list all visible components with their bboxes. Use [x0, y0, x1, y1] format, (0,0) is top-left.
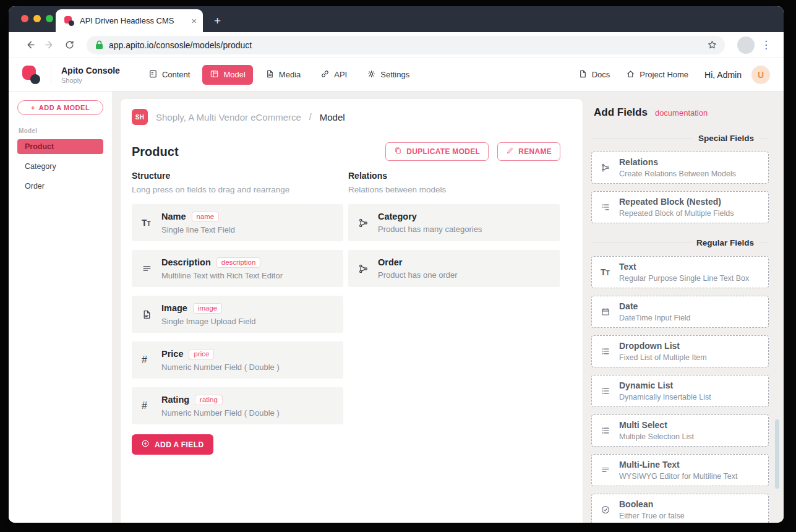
add-field-type-date[interactable]: Date DateTime Input Field: [591, 296, 769, 328]
panel-title: Add Fields: [594, 106, 648, 119]
api-icon: [320, 69, 330, 80]
user-avatar[interactable]: U: [751, 66, 770, 84]
field-name: Description: [161, 257, 211, 267]
maximize-window-button[interactable]: [46, 15, 53, 22]
number-icon: #: [142, 354, 161, 366]
field-type-title: Dynamic List: [619, 380, 711, 390]
nav-content[interactable]: Content: [141, 65, 198, 85]
breadcrumb-project[interactable]: Shoply, A Multi Vendor eCommerce: [156, 112, 301, 122]
header-right: Docs Project Home Hi, Admin U: [578, 66, 770, 84]
rename-button[interactable]: RENAME: [497, 142, 560, 161]
section-items-regular-fields: TT Text Regular Purpose Single Line Text…: [591, 256, 769, 523]
add-model-button[interactable]: + ADD A MODEL: [17, 100, 103, 115]
field-type-title: Boolean: [619, 499, 685, 509]
reload-button[interactable]: [61, 36, 78, 54]
relations-list: Category Product has many categories Ord…: [348, 204, 560, 287]
secure-lock-icon: [95, 40, 103, 49]
structure-hint: Long press on fields to drag and rearran…: [132, 185, 343, 194]
sidebar-model-order[interactable]: Order: [17, 179, 103, 194]
sidebar-model-product[interactable]: Product: [17, 139, 103, 154]
structure-field-image[interactable]: Image image Single Image Upload Field: [132, 296, 343, 333]
relation-description: Product has one order: [378, 270, 551, 280]
text-icon: TT: [142, 218, 161, 228]
field-type-description: Either True or false: [619, 512, 685, 520]
browser-profile-avatar[interactable]: [737, 36, 755, 54]
nav-api[interactable]: API: [313, 65, 354, 85]
add-field-type-multi-select[interactable]: Multi Select Multiple Selection List: [591, 414, 769, 447]
add-field-type-text[interactable]: TT Text Regular Purpose Single Line Text…: [591, 256, 769, 288]
field-description: Single line Text Field: [161, 225, 335, 234]
field-type-description: WYSIWYG Editor for Multiline Text: [619, 472, 738, 481]
add-field-type-repeated-block-nested[interactable]: Repeated Block (Nested) Repeated Block o…: [591, 191, 769, 223]
docs-link[interactable]: Docs: [578, 69, 610, 80]
panel-sections: Special Fields Relations Create Relation…: [591, 134, 769, 523]
back-button[interactable]: [21, 36, 38, 54]
forward-button[interactable]: [41, 36, 58, 54]
image-icon: [142, 309, 161, 320]
field-id-tag: name: [192, 212, 220, 222]
structure-field-list: TT Name name Single line Text Field Desc…: [132, 204, 343, 424]
field-type-description: Multiple Selection List: [619, 432, 694, 441]
field-name: Image: [161, 303, 187, 313]
multiline-icon: [601, 465, 619, 475]
add-field-type-dynamic-list[interactable]: Dynamic List Dynamically Insertable List: [591, 375, 769, 407]
relation-category[interactable]: Category Product has many categories: [348, 204, 560, 241]
browser-toolbar: app.apito.io/consosle/models/product ⋮: [9, 32, 784, 58]
section-items-special-fields: Relations Create Relations Between Model…: [591, 152, 769, 223]
panel-title-row: Add Fields documentation: [591, 106, 769, 119]
project-badge: SH: [132, 109, 148, 125]
documentation-link[interactable]: documentation: [655, 108, 708, 118]
browser-menu-icon[interactable]: ⋮: [757, 38, 775, 51]
structure-field-description[interactable]: Description description Multiline Text w…: [132, 250, 343, 287]
browser-tab-strip: API Driven Headless CMS × +: [9, 6, 784, 32]
nav-media[interactable]: Media: [258, 65, 308, 85]
field-id-tag: image: [193, 303, 222, 314]
breadcrumb: SH Shoply, A Multi Vendor eCommerce / Mo…: [132, 109, 560, 125]
field-type-description: Fixed List of Multiple Item: [619, 353, 707, 362]
add-fields-panel: Add Fields documentation Special Fields …: [583, 92, 784, 523]
bookmark-star-icon[interactable]: [707, 40, 717, 50]
number-icon: #: [142, 400, 161, 411]
boolean-icon: [601, 505, 619, 515]
field-type-description: DateTime Input Field: [619, 314, 691, 322]
add-field-type-boolean[interactable]: Boolean Either True or false: [591, 494, 769, 523]
nav-model[interactable]: Model: [202, 65, 252, 85]
browser-window: API Driven Headless CMS × + app.apito.io…: [9, 6, 784, 523]
add-field-type-multi-line-text[interactable]: Multi-Line Text WYSIWYG Editor for Multi…: [591, 454, 769, 486]
header-divider: [51, 66, 51, 84]
docs-icon: [578, 69, 588, 80]
structure-field-price[interactable]: # Price price Numeric Number Field ( Dou…: [132, 341, 343, 379]
structure-field-rating[interactable]: # Rating rating Numeric Number Field ( D…: [132, 387, 343, 424]
file-icon: [265, 69, 275, 80]
url-text: app.apito.io/consosle/models/product: [109, 40, 701, 50]
field-description: Numeric Number Field ( Double ): [161, 408, 335, 418]
tab-close-icon[interactable]: ×: [191, 16, 197, 25]
relation-order[interactable]: Order Product has one order: [348, 250, 560, 287]
section-divider-special-fields: Special Fields: [591, 134, 769, 143]
structure-field-name[interactable]: TT Name name Single line Text Field: [132, 204, 343, 241]
duplicate-model-button[interactable]: DUPLICATE MODEL: [385, 142, 489, 161]
sidebar-model-category[interactable]: Category: [17, 159, 103, 174]
browser-tab[interactable]: API Driven Headless CMS ×: [56, 9, 203, 32]
list-icon: [601, 386, 619, 396]
close-window-button[interactable]: [21, 15, 28, 22]
structure-heading: Structure: [132, 171, 343, 181]
relations-heading: Relations: [348, 171, 560, 181]
project-home-link[interactable]: Project Home: [626, 69, 688, 80]
address-bar[interactable]: app.apito.io/consosle/models/product: [87, 36, 725, 54]
text-icon: TT: [601, 267, 619, 277]
panel-scrollbar[interactable]: [775, 419, 779, 489]
new-tab-button[interactable]: +: [214, 15, 221, 27]
copy-icon: [394, 147, 402, 157]
add-field-type-relations[interactable]: Relations Create Relations Between Model…: [591, 152, 769, 184]
add-field-button[interactable]: ADD A FIELD: [132, 434, 213, 455]
field-type-title: Dropdown List: [619, 341, 707, 351]
minimize-window-button[interactable]: [33, 15, 41, 22]
model-columns: Structure Long press on fields to drag a…: [132, 171, 560, 455]
list-icon: [601, 426, 619, 435]
gear-icon: [367, 69, 376, 80]
breadcrumb-separator: /: [309, 112, 312, 122]
field-type-title: Multi-Line Text: [619, 460, 738, 470]
nav-settings[interactable]: Settings: [359, 65, 417, 85]
add-field-type-dropdown-list[interactable]: Dropdown List Fixed List of Multiple Ite…: [591, 335, 769, 367]
